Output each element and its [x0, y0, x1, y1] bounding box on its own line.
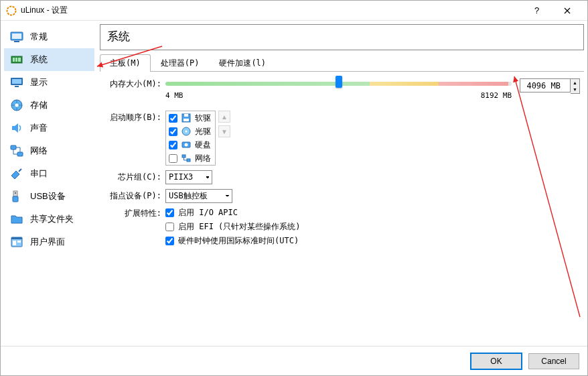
- svg-point-28: [185, 143, 188, 147]
- page-title-box: 系统: [100, 24, 584, 50]
- close-button[interactable]: [552, 1, 582, 20]
- sidebar-item-shared[interactable]: 共享文件夹: [4, 208, 94, 231]
- svg-rect-30: [187, 159, 190, 162]
- sidebar-item-network[interactable]: 网络: [4, 139, 94, 162]
- display-icon: [9, 75, 24, 90]
- efi-checkbox[interactable]: [165, 223, 174, 231]
- boot-order-list: 软驱 光驱 硬盘: [165, 111, 216, 166]
- ui-icon: [9, 235, 24, 249]
- efi-label: 启用 EFI (只针对某些操作系统): [178, 221, 301, 233]
- svg-rect-23: [184, 114, 188, 117]
- boot-harddisk-checkbox[interactable]: [169, 141, 177, 149]
- serial-icon: [9, 166, 24, 181]
- boot-item-label: 光驱: [195, 126, 211, 137]
- system-icon: [9, 52, 24, 67]
- network-boot-icon: [181, 153, 192, 164]
- ioapic-label: 启用 I/O APIC: [178, 207, 238, 218]
- boot-order-label: 启动顺序(B):: [102, 111, 165, 123]
- chipset-label: 芯片组(C):: [102, 172, 165, 183]
- tab-acceleration[interactable]: 硬件加速(l): [209, 54, 276, 72]
- svg-rect-14: [17, 152, 23, 156]
- dialog-footer: OK Cancel: [1, 346, 587, 375]
- svg-rect-10: [15, 86, 19, 87]
- general-icon: [9, 29, 24, 44]
- slider-thumb[interactable]: [336, 76, 342, 88]
- pointing-select[interactable]: USB触控板: [165, 189, 232, 203]
- usb-icon: [9, 189, 24, 204]
- sidebar-item-system[interactable]: 系统: [4, 48, 94, 71]
- network-icon: [9, 143, 24, 158]
- memory-input[interactable]: [520, 78, 571, 92]
- sidebar-item-label: 串口: [30, 168, 48, 180]
- sidebar-item-ui[interactable]: 用户界面: [4, 231, 94, 253]
- tab-motherboard[interactable]: 主板(M): [100, 54, 151, 72]
- memory-slider[interactable]: 4 MB 8192 MB: [165, 78, 512, 100]
- harddisk-icon: [181, 139, 192, 150]
- storage-icon: [9, 98, 24, 113]
- sidebar-item-label: 用户界面: [30, 236, 65, 248]
- boot-move-down[interactable]: ▼: [218, 125, 230, 137]
- svg-rect-17: [15, 192, 16, 194]
- utc-checkbox[interactable]: [165, 237, 174, 245]
- boot-item-label: 网络: [195, 153, 211, 164]
- ok-button[interactable]: OK: [471, 353, 522, 369]
- sidebar-item-display[interactable]: 显示: [4, 71, 94, 94]
- chipset-select[interactable]: PIIX3: [165, 170, 212, 184]
- tab-processor[interactable]: 处理器(P): [151, 54, 210, 72]
- boot-item-harddisk[interactable]: 硬盘: [166, 138, 215, 151]
- svg-point-12: [15, 104, 19, 107]
- memory-spin-up[interactable]: ▲: [571, 79, 579, 86]
- boot-item-network[interactable]: 网络: [166, 151, 215, 165]
- boot-item-label: 软驱: [195, 113, 211, 124]
- app-icon: [6, 5, 17, 16]
- sidebar-item-usb[interactable]: USB设备: [4, 185, 94, 208]
- svg-rect-2: [12, 34, 21, 39]
- boot-item-optical[interactable]: 光驱: [166, 125, 215, 138]
- help-button[interactable]: ?: [522, 1, 552, 20]
- svg-rect-19: [11, 237, 22, 239]
- boot-network-checkbox[interactable]: [169, 154, 177, 163]
- svg-rect-13: [11, 145, 16, 149]
- sidebar-item-general[interactable]: 常规: [4, 25, 94, 48]
- memory-max-label: 8192 MB: [481, 91, 512, 100]
- utc-label: 硬件时钟使用国际标准时间(UTC): [178, 235, 299, 247]
- sidebar-item-storage[interactable]: 存储: [4, 94, 94, 117]
- tabs: 主板(M) 处理器(P) 硬件加速(l): [100, 54, 584, 72]
- page-title: 系统: [107, 29, 577, 44]
- audio-icon: [9, 121, 24, 135]
- svg-rect-20: [13, 241, 16, 245]
- boot-item-label: 硬盘: [195, 139, 211, 151]
- memory-spin-down[interactable]: ▼: [571, 86, 579, 94]
- pointing-label: 指点设备(P):: [102, 190, 165, 202]
- sidebar-item-serial[interactable]: 串口: [4, 162, 94, 185]
- shared-folder-icon: [9, 212, 24, 227]
- sidebar-item-label: 常规: [30, 31, 48, 43]
- ioapic-checkbox[interactable]: [165, 208, 174, 217]
- svg-rect-16: [13, 196, 18, 202]
- boot-item-floppy[interactable]: 软驱: [166, 111, 215, 125]
- sidebar-item-label: USB设备: [30, 190, 66, 202]
- svg-rect-29: [182, 155, 186, 158]
- svg-rect-21: [17, 241, 21, 243]
- svg-rect-3: [14, 41, 19, 42]
- titlebar: uLinux - 设置 ?: [1, 1, 587, 21]
- sidebar-item-label: 共享文件夹: [30, 213, 74, 225]
- svg-point-26: [186, 131, 188, 133]
- memory-label: 内存大小(M):: [102, 78, 165, 90]
- floppy-icon: [181, 113, 192, 123]
- cancel-button[interactable]: Cancel: [528, 353, 579, 369]
- window-title: uLinux - 设置: [21, 5, 522, 16]
- boot-optical-checkbox[interactable]: [169, 127, 177, 136]
- sidebar-item-audio[interactable]: 声音: [4, 117, 94, 139]
- svg-rect-9: [12, 79, 21, 84]
- settings-sidebar: 常规 系统 显示 存储 声音 网络: [4, 24, 94, 342]
- svg-rect-5: [13, 58, 15, 62]
- svg-rect-7: [18, 58, 21, 62]
- sidebar-item-label: 显示: [30, 76, 48, 88]
- boot-move-up[interactable]: ▲: [218, 111, 230, 123]
- svg-rect-6: [15, 58, 17, 62]
- sidebar-item-label: 系统: [30, 54, 48, 66]
- boot-floppy-checkbox[interactable]: [169, 114, 177, 123]
- memory-min-label: 4 MB: [165, 91, 183, 100]
- sidebar-item-label: 声音: [30, 122, 48, 134]
